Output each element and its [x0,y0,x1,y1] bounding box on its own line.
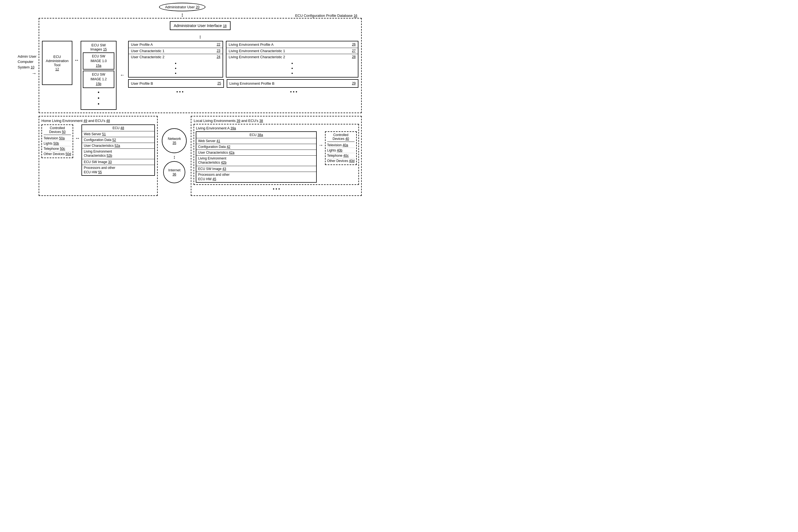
profile-row-dots: • • • • • • [128,90,358,94]
profile-row-2: User Profile B 25 Living Environment Pro… [128,79,358,88]
admin-ui-ref: 18 [223,24,226,28]
profile-db-area: User Profile A 22 User Characteristic 1 … [128,41,358,110]
user-profile-b-box: User Profile B 25 [128,79,224,88]
living-env-profile-dots: ••• [226,60,358,77]
home-living-env-label: Home Living Environment 49 and ECU's 48 [41,119,155,123]
living-env-a-label: Living Environment A 39a [196,126,357,130]
arrow-down-2: ↕ [199,34,202,40]
living-env-profile-a-box: Living Environment Profile A 26 Living E… [226,41,358,78]
living-env-profile-a-title: Living Environment Profile A 26 [226,41,358,48]
arrow-ecu-devices-local: → [318,131,323,148]
living-env-a-content: ECU 38a Web Server 41 Configuration Data… [196,131,357,183]
ecu-admin-tool-box: ECUAdministrationTool 12 [42,41,72,85]
lights-50b: Lights 50b [44,141,71,146]
network-internet-col: Network35 ↕ Internet36 [161,116,188,196]
other-40d: Other Devices 40d [327,158,355,163]
user-profile-dots: ••• [129,60,223,77]
ecu-admin-tool-label: ECUAdministrationTool [46,55,69,67]
controlled-devices-50-box: ControlledDevices 50 Television 50a Ligh… [41,125,73,158]
arrow-down-1: ↕ [181,12,184,17]
admin-ui-box: Administrator User Interface 18 [170,21,230,30]
living-env-profile-b-box: Living Environment Profile B 29 [227,79,358,88]
dots-sw: ••• [83,89,114,108]
user-char-1: User Characteristic 1 23 [129,48,223,54]
user-profile-a-title: User Profile A 22 [129,41,223,48]
admin-computer-ref: 10 [31,65,34,69]
ecu-sw-image-2: ECU SWIMAGE 1.215b [83,71,114,88]
arrow-to-db: ← [120,41,125,110]
ecu-sw-image-1: ECU SWIMAGE 1.015a [83,53,114,70]
admin-computer-text: Admin UserComputerSystem 10 [18,54,36,70]
ecu-sw-images-title: ECU SWImages 15 [83,43,114,51]
arrow-right-to-box: → [32,70,36,77]
ecu-sw-images-box: ECU SWImages 15 ECU SWIMAGE 1.015a ECU S… [81,41,116,110]
tv-50a: Television 50a [44,136,71,141]
controlled-devices-40-box: ControlledDevices 40 Television 40a Ligh… [325,131,357,165]
ecu-config-db-label: ECU Configuration Profile Database 16 [294,14,358,18]
home-content-row: ControlledDevices 50 Television 50a Ligh… [41,125,155,176]
profile-row-1: User Profile A 22 User Characteristic 1 … [128,41,358,78]
user-char-2: User Characteristic 2 24 [129,54,223,60]
other-50d: Other Devices 50d [44,151,71,156]
main-diagram: Administrator User 20 ↕ Admin UserComput… [3,3,362,196]
arrow-network-internet: ↕ [173,154,175,160]
local-living-envs-box: Local Living Environments 39 and ECU's 3… [191,116,362,196]
ecu-admin-tool-ref: 12 [55,67,59,71]
telephone-40c: Telephone 40c [327,153,355,158]
living-env-a-box: Living Environment A 39a ECU 38a Web Ser… [193,124,359,185]
ecu-48-box: ECU 48 Web Server 51 Configuration Data … [81,125,155,176]
network-circle: Network35 [162,128,187,153]
living-env-char-2: Living Environment Characteristic 2 28 [226,54,358,60]
ecu-38a-box: ECU 38a Web Server 41 Configuration Data… [196,131,316,183]
admin-computer-label: Admin UserComputerSystem 10 → [3,18,39,113]
telephone-50c: Telephone 50c [44,146,71,151]
tv-40a: Television 40a [327,142,355,148]
local-living-envs-label: Local Living Environments 39 and ECU's 3… [193,119,359,123]
ecu-config-db-box: ECU Configuration Profile Database 16 Ad… [39,18,362,113]
arrow-devices-ecu-home: ↔ [75,125,80,141]
admin-user-oval: Administrator User 20 [159,3,206,11]
internet-circle: Internet36 [163,161,185,183]
admin-user-ref: 20 [196,5,199,9]
lights-40b: Lights 40b [327,148,355,153]
admin-ui-label: Administrator User Interface [174,23,222,28]
living-env-char-1: Living Environment Characteristic 1 27 [226,48,358,54]
home-living-env-box: Home Living Environment 49 and ECU's 48 … [39,116,158,196]
admin-user-label: Administrator User [165,5,195,9]
le-dots: • • • [193,185,359,193]
user-profile-a-box: User Profile A 22 User Characteristic 1 … [128,41,223,78]
arrow-dbl-h: ↔ [74,41,79,63]
